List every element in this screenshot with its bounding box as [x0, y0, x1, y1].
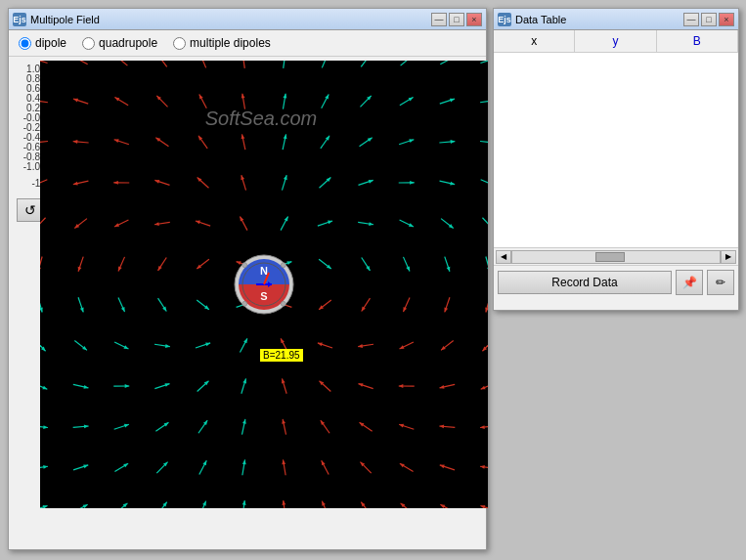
reset-icon: ↺ [24, 202, 36, 218]
close-button[interactable]: × [466, 13, 482, 26]
radio-bar: dipole quadrupole multiple dipoles [9, 30, 486, 57]
datatable-window: Ejs Data Table — □ × x y B ◀ ▶ Record Da… [493, 8, 739, 311]
dipole-radio[interactable] [19, 37, 31, 50]
col-header-y: y [575, 30, 656, 52]
multipole-title: Multipole Field [30, 14, 100, 25]
multipole-title-buttons: — □ × [431, 13, 482, 26]
multiple-dipoles-label: multiple dipoles [190, 36, 271, 50]
multiple-dipoles-radio-group[interactable]: multiple dipoles [173, 36, 271, 50]
clear-icon: ✏ [716, 276, 725, 289]
table-body[interactable] [494, 53, 738, 248]
dipole-radio-group[interactable]: dipole [19, 36, 66, 50]
field-canvas[interactable] [40, 61, 488, 508]
multipole-app-icon: Ejs [13, 13, 26, 26]
multipole-field-window: Ejs Multipole Field — □ × dipole quadrup… [8, 8, 487, 550]
y-label-n1_0: -1.0 [13, 162, 40, 172]
clear-button[interactable]: ✏ [707, 270, 734, 295]
multipole-title-bar[interactable]: Ejs Multipole Field — □ × [9, 9, 486, 30]
dt-minimize-button[interactable]: — [683, 13, 699, 26]
multiple-dipoles-radio[interactable] [173, 37, 186, 50]
scrollbar-area: ◀ ▶ [494, 248, 738, 266]
table-controls: Record Data 📌 ✏ [494, 266, 738, 299]
table-header: x y B [494, 30, 738, 53]
scroll-left-arrow[interactable]: ◀ [496, 250, 511, 264]
datatable-title: Data Table [515, 14, 566, 25]
pin-button[interactable]: 📌 [676, 270, 703, 295]
b-value-label: B=21.95 [260, 349, 303, 362]
dipole-label: dipole [35, 36, 66, 50]
scroll-right-arrow[interactable]: ▶ [721, 250, 736, 264]
dt-maximize-button[interactable]: □ [701, 13, 717, 26]
dt-close-button[interactable]: × [719, 13, 734, 26]
quadrupole-radio[interactable] [82, 37, 95, 50]
h-scrollbar[interactable] [511, 250, 721, 264]
maximize-button[interactable]: □ [449, 13, 464, 26]
h-scroll-thumb [595, 252, 625, 262]
datatable-app-icon: Ejs [498, 13, 511, 26]
quadrupole-label: quadrupole [99, 36, 157, 50]
quadrupole-radio-group[interactable]: quadrupole [82, 36, 157, 50]
minimize-button[interactable]: — [431, 13, 447, 26]
pin-icon: 📌 [682, 276, 697, 289]
y-axis-labels: 1.0 0.8 0.6 0.4 0.2 -0.0 -0.2 -0.4 -0.6 … [13, 61, 40, 176]
datatable-title-bar[interactable]: Ejs Data Table — □ × [494, 9, 738, 30]
col-header-B: B [657, 30, 738, 52]
datatable-title-buttons: — □ × [683, 13, 734, 26]
record-data-button[interactable]: Record Data [498, 271, 672, 294]
col-header-x: x [494, 30, 575, 52]
